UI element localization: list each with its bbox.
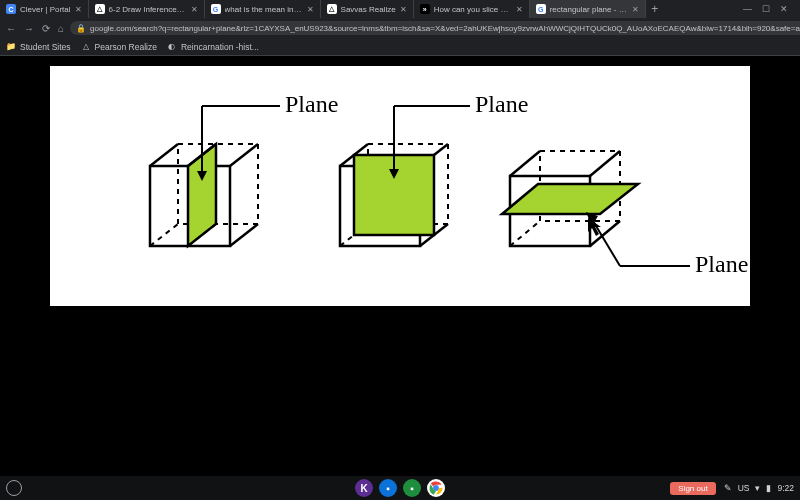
minimize-icon[interactable]: — [743,4,752,14]
app-classroom-icon[interactable]: ▪ [403,479,421,497]
browser-tab[interactable]: Gwhat is the mean in math - Goog✕ [205,0,321,18]
bookmark-item[interactable]: 📁Student Sites [6,42,71,52]
address-bar: ← → ⟳ ⌂ 🔒 google.com/search?q=rectangula… [0,18,800,38]
close-window-icon[interactable]: ✕ [780,4,788,14]
tab-close-icon[interactable]: ✕ [75,5,82,14]
app-zoom-icon[interactable]: ▪ [379,479,397,497]
svg-line-27 [510,221,540,246]
svg-line-3 [230,144,258,166]
bookmark-label: Student Sites [20,42,71,52]
new-tab-button[interactable]: + [646,0,664,18]
browser-tab[interactable]: »How can you slice a rectangula✕ [414,0,530,18]
bookmark-label: Pearson Realize [95,42,157,52]
tab-close-icon[interactable]: ✕ [191,5,198,14]
bookmark-icon: △ [81,42,91,52]
keyboard-layout: US [738,483,750,493]
svg-line-2 [150,144,178,166]
back-icon[interactable]: ← [6,23,16,34]
planes-diagram: Plane Plane [50,66,750,306]
browser-tab[interactable]: Grectangular plane - Google Sear✕ [530,0,646,18]
tab-favicon: △ [327,4,337,14]
tab-strip: CClever | Portal✕△6-2 Draw Inferences fr… [0,0,800,18]
window-controls: — ☐ ✕ [735,0,796,18]
tab-title: How can you slice a rectangula [434,5,512,14]
svg-line-4 [230,224,258,246]
omnibox[interactable]: 🔒 google.com/search?q=rectangular+plane&… [70,21,800,35]
plane-label-3: Plane [695,251,748,277]
wifi-icon: ▾ [755,483,760,493]
bookmark-label: Reincarnation -hist... [181,42,259,52]
tab-close-icon[interactable]: ✕ [307,5,314,14]
svg-marker-28 [502,184,638,214]
browser-tab[interactable]: △6-2 Draw Inferences from Data✕ [89,0,205,18]
plane-label-1: Plane [285,91,338,117]
browser-tab[interactable]: CClever | Portal✕ [0,0,89,18]
launcher-icon[interactable] [6,480,22,496]
maximize-icon[interactable]: ☐ [762,4,770,14]
bookmark-icon: ◐ [167,42,177,52]
tab-close-icon[interactable]: ✕ [632,5,639,14]
clock: 9:22 [777,483,794,493]
svg-line-5 [150,224,178,246]
bookmark-item[interactable]: △Pearson Realize [81,42,157,52]
tab-title: Savvas Realize [341,5,396,14]
sign-out-button[interactable]: Sign out [670,482,715,495]
tab-favicon: G [211,4,221,14]
svg-line-25 [590,151,620,176]
app-chrome-icon[interactable] [427,479,445,497]
browser-tab[interactable]: △Savvas Realize✕ [321,0,414,18]
svg-line-24 [510,151,540,176]
app-kami-icon[interactable]: K [355,479,373,497]
chromeos-shelf: K ▪ ▪ Sign out ✎ US ▾ ▮ 9:22 [0,476,800,500]
battery-icon: ▮ [766,483,771,493]
tab-title: rectangular plane - Google Sear [550,5,628,14]
tab-close-icon[interactable]: ✕ [516,5,523,14]
home-icon[interactable]: ⌂ [58,23,64,34]
lock-icon: 🔒 [76,24,86,33]
forward-icon[interactable]: → [24,23,34,34]
browser-chrome: CClever | Portal✕△6-2 Draw Inferences fr… [0,0,800,56]
tab-title: Clever | Portal [20,5,71,14]
bookmark-item[interactable]: ◐Reincarnation -hist... [167,42,259,52]
svg-point-34 [433,485,439,491]
url-text: google.com/search?q=rectangular+plane&rl… [90,24,800,33]
status-tray[interactable]: ✎ US ▾ ▮ 9:22 [724,483,794,493]
search-result-image[interactable]: Plane Plane [50,66,750,306]
tab-favicon: C [6,4,16,14]
plane-label-2: Plane [475,91,528,117]
bookmarks-bar: 📁Student Sites△Pearson Realize◐Reincarna… [0,38,800,56]
tab-favicon: G [536,4,546,14]
tab-close-icon[interactable]: ✕ [400,5,407,14]
pen-icon: ✎ [724,483,732,493]
reload-icon[interactable]: ⟳ [42,23,50,34]
tab-favicon: » [420,4,430,14]
tab-title: 6-2 Draw Inferences from Data [109,5,187,14]
content-area: Plane Plane [0,56,800,476]
tab-title: what is the mean in math - Goog [225,5,303,14]
tab-favicon: △ [95,4,105,14]
bookmark-icon: 📁 [6,42,16,52]
